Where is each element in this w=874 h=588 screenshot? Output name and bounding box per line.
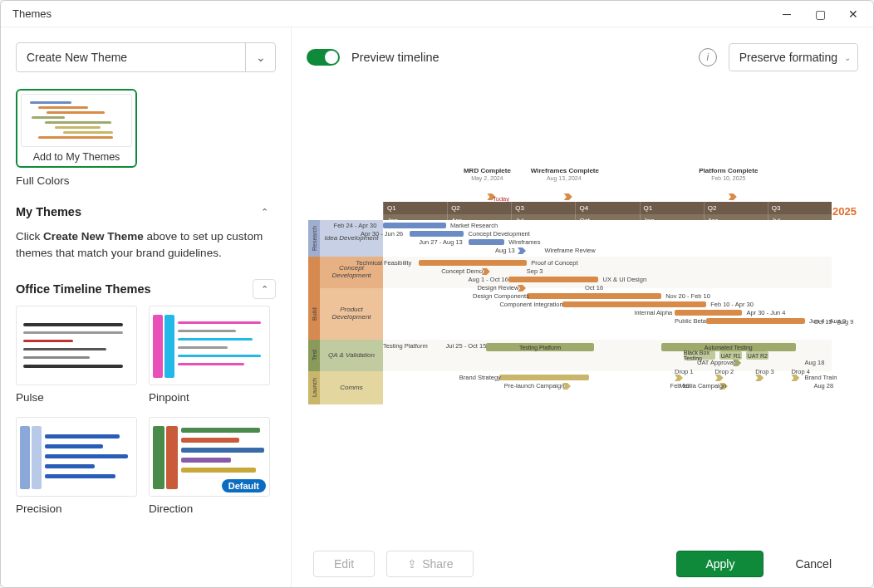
my-themes-heading: My Themes — [16, 205, 81, 218]
theme-thumbnail[interactable] — [16, 417, 137, 497]
swimlane-section: Test — [308, 340, 320, 371]
task-bar — [706, 318, 805, 324]
task-bar — [527, 293, 661, 299]
task-bar — [419, 260, 527, 266]
swimlane-section — [308, 257, 320, 288]
milestone-label: MRD CompleteMay 2, 2024 — [454, 167, 520, 182]
milestone-icon — [564, 194, 572, 200]
task-bar — [675, 310, 742, 316]
timeline-preview: MRD CompleteMay 2, 2024Wireframes Comple… — [308, 187, 857, 444]
featured-theme-card[interactable]: Add to My Themes — [16, 89, 137, 168]
preview-label: Preview timeline — [351, 51, 687, 64]
chevron-down-icon: ⌄ — [844, 53, 851, 62]
task-label: Jun 27 - Aug 13 — [419, 238, 463, 246]
task-label: Oct 16 — [585, 284, 603, 292]
swimlane-section: Launch — [308, 371, 320, 404]
theme-thumbnail[interactable] — [149, 306, 270, 385]
collapse-office-themes[interactable]: ⌃ — [253, 279, 276, 299]
close-icon[interactable]: ✕ — [837, 2, 870, 26]
swimlane-label: Comms — [320, 371, 383, 404]
milestone-label: Wireframes CompleteAug 13, 2024 — [531, 167, 597, 182]
apply-button[interactable]: Apply — [676, 551, 764, 577]
swimlane-section: Build — [308, 288, 320, 340]
task-label: Concept Development — [469, 230, 530, 238]
theme-caption: Add to My Themes — [33, 151, 120, 163]
task-bar: UAT R2 — [746, 351, 768, 360]
task-bar — [383, 223, 446, 228]
task-bar — [469, 239, 504, 245]
theme-name: Pulse — [16, 391, 137, 404]
toggle-knob — [325, 51, 338, 64]
milestone-icon — [791, 375, 799, 381]
minimize-icon[interactable]: ─ — [770, 2, 803, 26]
swimlane-section: Research — [308, 220, 320, 257]
task-label: Market Research — [450, 222, 498, 229]
task-label: UX & UI Design — [603, 276, 647, 283]
milestone-label: Platform CompleteFeb 10, 2025 — [695, 167, 762, 182]
theme-thumbnail — [21, 94, 132, 147]
task-label: Brand Strategy — [459, 374, 501, 381]
office-themes-heading: Office Timeline Themes — [16, 282, 151, 296]
task-bar — [499, 375, 589, 380]
preserve-formatting-dropdown[interactable]: Preserve formating ⌄ — [729, 43, 858, 71]
task-label: Technical Feasibility — [356, 259, 412, 267]
task-label: Wireframes — [508, 238, 540, 246]
task-label: Wireframe Review — [544, 247, 595, 254]
task-label: Pre-launch Campaign — [504, 382, 565, 390]
task-bar: Automated Testing — [661, 343, 796, 351]
featured-subcaption: Full Colors — [16, 174, 276, 187]
theme-name: Direction — [149, 502, 270, 515]
theme-thumbnail[interactable]: Default — [149, 417, 270, 497]
preview-toggle[interactable] — [307, 49, 340, 66]
task-label: Nov 20 - Feb 10 — [665, 292, 710, 300]
milestone-icon — [518, 285, 526, 292]
task-label: Aug 28 — [813, 382, 833, 390]
task-bar — [562, 301, 706, 307]
swimlane-label: QA & Validation — [320, 340, 383, 371]
default-badge: Default — [222, 479, 266, 492]
milestone-icon — [755, 375, 764, 381]
task-label: Proof of Concept — [531, 259, 577, 267]
preserve-label: Preserve formating — [739, 51, 837, 64]
milestone-icon — [518, 247, 526, 254]
window-title: Themes — [12, 7, 52, 20]
task-label: Oct 15 - Aug 9 — [813, 318, 853, 326]
task-label: Apr 30 - Jun 4 — [746, 309, 785, 316]
milestone-icon — [675, 375, 683, 381]
task-label: Sep 3 — [527, 267, 543, 275]
task-label: Aug 18 — [805, 359, 825, 366]
my-themes-info: Click Create New Theme above to set up c… — [16, 228, 276, 261]
year-label: 2025 — [832, 205, 857, 218]
share-button[interactable]: ⇪Share — [386, 551, 474, 577]
task-bar: Testing Platform — [486, 343, 594, 351]
task-label: Design Review — [477, 284, 518, 292]
maximize-icon[interactable]: ▢ — [803, 2, 837, 26]
collapse-my-themes[interactable]: ⌃ — [253, 202, 276, 222]
task-label: Component Integration — [499, 301, 562, 308]
swimlane-label: Product Development — [320, 288, 383, 340]
milestone-icon — [715, 375, 724, 381]
task-label: Public Beta — [675, 317, 706, 325]
task-label: Aug 13 — [495, 247, 515, 254]
chevron-down-icon[interactable]: ⌄ — [245, 43, 275, 71]
task-bar — [508, 277, 598, 282]
theme-name: Precision — [16, 502, 137, 515]
task-label: Internal Alpha — [634, 309, 672, 316]
task-bar — [410, 231, 464, 237]
milestone-icon — [482, 268, 490, 275]
cancel-button[interactable]: Cancel — [775, 551, 852, 577]
task-label: Jul 25 - Oct 15 — [446, 342, 487, 350]
create-theme-dropdown[interactable]: Create New Theme ⌄ — [16, 42, 276, 72]
theme-thumbnail[interactable] — [16, 306, 137, 385]
theme-name: Pinpoint — [149, 391, 270, 404]
task-label: Concept Demo — [441, 267, 483, 275]
task-label: Testing Platform — [383, 342, 428, 350]
info-icon[interactable]: i — [699, 48, 717, 66]
task-label: Feb 24 - Apr 30 — [334, 222, 377, 229]
task-label: Aug 1 - Oct 16 — [469, 276, 508, 283]
task-label: Feb 10 - Apr 30 — [710, 301, 754, 308]
task-label: Design Components — [473, 292, 529, 300]
task-label: UAT Approval — [697, 359, 735, 366]
edit-button[interactable]: Edit — [313, 551, 375, 577]
dropdown-label: Create New Theme — [27, 51, 127, 64]
